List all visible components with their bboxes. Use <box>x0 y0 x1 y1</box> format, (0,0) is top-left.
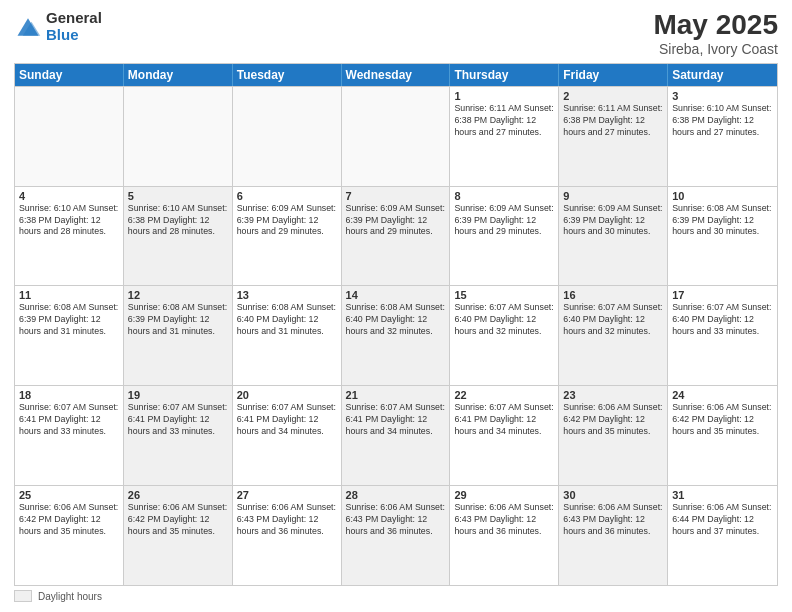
calendar-cell: 26Sunrise: 6:06 AM Sunset: 6:42 PM Dayli… <box>124 486 233 585</box>
cell-info: Sunrise: 6:07 AM Sunset: 6:40 PM Dayligh… <box>454 302 554 338</box>
calendar-cell: 24Sunrise: 6:06 AM Sunset: 6:42 PM Dayli… <box>668 386 777 485</box>
calendar-cell <box>124 87 233 186</box>
calendar-cell: 11Sunrise: 6:08 AM Sunset: 6:39 PM Dayli… <box>15 286 124 385</box>
month-title: May 2025 <box>653 10 778 41</box>
cell-info: Sunrise: 6:10 AM Sunset: 6:38 PM Dayligh… <box>19 203 119 239</box>
cell-info: Sunrise: 6:10 AM Sunset: 6:38 PM Dayligh… <box>672 103 773 139</box>
day-number: 4 <box>19 190 119 202</box>
cell-info: Sunrise: 6:09 AM Sunset: 6:39 PM Dayligh… <box>237 203 337 239</box>
header-cell-friday: Friday <box>559 64 668 86</box>
calendar-cell <box>233 87 342 186</box>
calendar-cell: 17Sunrise: 6:07 AM Sunset: 6:40 PM Dayli… <box>668 286 777 385</box>
cell-info: Sunrise: 6:06 AM Sunset: 6:43 PM Dayligh… <box>237 502 337 538</box>
cell-info: Sunrise: 6:06 AM Sunset: 6:42 PM Dayligh… <box>672 402 773 438</box>
calendar-cell: 3Sunrise: 6:10 AM Sunset: 6:38 PM Daylig… <box>668 87 777 186</box>
cell-info: Sunrise: 6:07 AM Sunset: 6:41 PM Dayligh… <box>346 402 446 438</box>
calendar-cell: 12Sunrise: 6:08 AM Sunset: 6:39 PM Dayli… <box>124 286 233 385</box>
day-number: 10 <box>672 190 773 202</box>
cell-info: Sunrise: 6:08 AM Sunset: 6:40 PM Dayligh… <box>237 302 337 338</box>
day-number: 2 <box>563 90 663 102</box>
cell-info: Sunrise: 6:08 AM Sunset: 6:39 PM Dayligh… <box>672 203 773 239</box>
calendar-cell: 9Sunrise: 6:09 AM Sunset: 6:39 PM Daylig… <box>559 187 668 286</box>
shaded-indicator <box>14 590 32 602</box>
calendar-cell: 16Sunrise: 6:07 AM Sunset: 6:40 PM Dayli… <box>559 286 668 385</box>
day-number: 7 <box>346 190 446 202</box>
cell-info: Sunrise: 6:08 AM Sunset: 6:39 PM Dayligh… <box>19 302 119 338</box>
calendar-body: 1Sunrise: 6:11 AM Sunset: 6:38 PM Daylig… <box>15 86 777 585</box>
calendar-cell: 4Sunrise: 6:10 AM Sunset: 6:38 PM Daylig… <box>15 187 124 286</box>
logo-blue-text: Blue <box>46 27 102 44</box>
cell-info: Sunrise: 6:11 AM Sunset: 6:38 PM Dayligh… <box>454 103 554 139</box>
day-number: 6 <box>237 190 337 202</box>
cell-info: Sunrise: 6:07 AM Sunset: 6:40 PM Dayligh… <box>563 302 663 338</box>
day-number: 21 <box>346 389 446 401</box>
day-number: 27 <box>237 489 337 501</box>
cell-info: Sunrise: 6:07 AM Sunset: 6:41 PM Dayligh… <box>454 402 554 438</box>
cell-info: Sunrise: 6:09 AM Sunset: 6:39 PM Dayligh… <box>563 203 663 239</box>
day-number: 12 <box>128 289 228 301</box>
calendar-cell: 28Sunrise: 6:06 AM Sunset: 6:43 PM Dayli… <box>342 486 451 585</box>
cell-info: Sunrise: 6:06 AM Sunset: 6:44 PM Dayligh… <box>672 502 773 538</box>
header-cell-wednesday: Wednesday <box>342 64 451 86</box>
calendar-cell: 19Sunrise: 6:07 AM Sunset: 6:41 PM Dayli… <box>124 386 233 485</box>
cell-info: Sunrise: 6:06 AM Sunset: 6:42 PM Dayligh… <box>563 402 663 438</box>
calendar-cell: 15Sunrise: 6:07 AM Sunset: 6:40 PM Dayli… <box>450 286 559 385</box>
calendar-cell: 5Sunrise: 6:10 AM Sunset: 6:38 PM Daylig… <box>124 187 233 286</box>
title-block: May 2025 Sireba, Ivory Coast <box>653 10 778 57</box>
day-number: 15 <box>454 289 554 301</box>
logo-icon <box>14 13 42 41</box>
day-number: 11 <box>19 289 119 301</box>
logo-text: General Blue <box>46 10 102 43</box>
calendar-row: 11Sunrise: 6:08 AM Sunset: 6:39 PM Dayli… <box>15 285 777 385</box>
calendar-cell: 23Sunrise: 6:06 AM Sunset: 6:42 PM Dayli… <box>559 386 668 485</box>
day-number: 1 <box>454 90 554 102</box>
day-number: 8 <box>454 190 554 202</box>
cell-info: Sunrise: 6:09 AM Sunset: 6:39 PM Dayligh… <box>346 203 446 239</box>
day-number: 5 <box>128 190 228 202</box>
calendar-cell: 7Sunrise: 6:09 AM Sunset: 6:39 PM Daylig… <box>342 187 451 286</box>
calendar-cell: 31Sunrise: 6:06 AM Sunset: 6:44 PM Dayli… <box>668 486 777 585</box>
cell-info: Sunrise: 6:06 AM Sunset: 6:42 PM Dayligh… <box>128 502 228 538</box>
header: General Blue May 2025 Sireba, Ivory Coas… <box>14 10 778 57</box>
day-number: 19 <box>128 389 228 401</box>
page: General Blue May 2025 Sireba, Ivory Coas… <box>0 0 792 612</box>
day-number: 29 <box>454 489 554 501</box>
cell-info: Sunrise: 6:07 AM Sunset: 6:40 PM Dayligh… <box>672 302 773 338</box>
day-number: 9 <box>563 190 663 202</box>
cell-info: Sunrise: 6:10 AM Sunset: 6:38 PM Dayligh… <box>128 203 228 239</box>
calendar-cell: 27Sunrise: 6:06 AM Sunset: 6:43 PM Dayli… <box>233 486 342 585</box>
calendar-cell: 8Sunrise: 6:09 AM Sunset: 6:39 PM Daylig… <box>450 187 559 286</box>
calendar-cell: 18Sunrise: 6:07 AM Sunset: 6:41 PM Dayli… <box>15 386 124 485</box>
calendar-cell: 6Sunrise: 6:09 AM Sunset: 6:39 PM Daylig… <box>233 187 342 286</box>
day-number: 14 <box>346 289 446 301</box>
header-cell-thursday: Thursday <box>450 64 559 86</box>
day-number: 30 <box>563 489 663 501</box>
day-number: 16 <box>563 289 663 301</box>
cell-info: Sunrise: 6:07 AM Sunset: 6:41 PM Dayligh… <box>19 402 119 438</box>
cell-info: Sunrise: 6:08 AM Sunset: 6:40 PM Dayligh… <box>346 302 446 338</box>
cell-info: Sunrise: 6:06 AM Sunset: 6:42 PM Dayligh… <box>19 502 119 538</box>
calendar-header-row: SundayMondayTuesdayWednesdayThursdayFrid… <box>15 64 777 86</box>
calendar-cell: 25Sunrise: 6:06 AM Sunset: 6:42 PM Dayli… <box>15 486 124 585</box>
calendar-cell: 30Sunrise: 6:06 AM Sunset: 6:43 PM Dayli… <box>559 486 668 585</box>
logo-general-text: General <box>46 10 102 27</box>
footer-label: Daylight hours <box>38 591 102 602</box>
calendar-row: 4Sunrise: 6:10 AM Sunset: 6:38 PM Daylig… <box>15 186 777 286</box>
header-cell-monday: Monday <box>124 64 233 86</box>
cell-info: Sunrise: 6:11 AM Sunset: 6:38 PM Dayligh… <box>563 103 663 139</box>
cell-info: Sunrise: 6:06 AM Sunset: 6:43 PM Dayligh… <box>563 502 663 538</box>
day-number: 3 <box>672 90 773 102</box>
calendar-cell: 14Sunrise: 6:08 AM Sunset: 6:40 PM Dayli… <box>342 286 451 385</box>
day-number: 22 <box>454 389 554 401</box>
day-number: 28 <box>346 489 446 501</box>
day-number: 13 <box>237 289 337 301</box>
footer-note: Daylight hours <box>14 590 778 602</box>
calendar-row: 25Sunrise: 6:06 AM Sunset: 6:42 PM Dayli… <box>15 485 777 585</box>
cell-info: Sunrise: 6:06 AM Sunset: 6:43 PM Dayligh… <box>454 502 554 538</box>
day-number: 18 <box>19 389 119 401</box>
day-number: 26 <box>128 489 228 501</box>
calendar-cell <box>342 87 451 186</box>
calendar-cell: 2Sunrise: 6:11 AM Sunset: 6:38 PM Daylig… <box>559 87 668 186</box>
cell-info: Sunrise: 6:08 AM Sunset: 6:39 PM Dayligh… <box>128 302 228 338</box>
calendar-cell: 29Sunrise: 6:06 AM Sunset: 6:43 PM Dayli… <box>450 486 559 585</box>
